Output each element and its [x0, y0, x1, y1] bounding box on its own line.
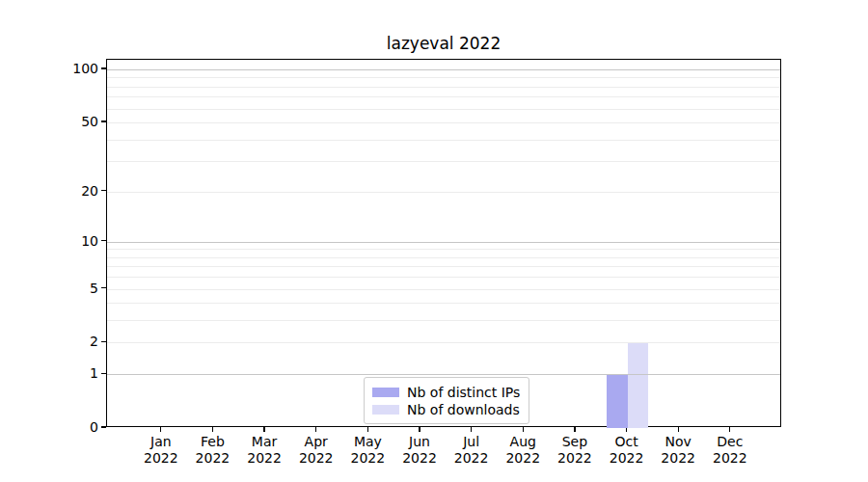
gridline-minor [107, 109, 780, 110]
y-tick-label: 1 [29, 364, 98, 382]
x-tick [367, 427, 368, 432]
x-tick [523, 427, 524, 432]
figure: lazyeval 2022 Nb of distinct IPs Nb of d… [0, 0, 868, 482]
y-tick-label: 20 [29, 182, 98, 200]
gridline-minor [107, 249, 780, 250]
gridline-minor [107, 320, 780, 321]
x-tick [212, 427, 213, 432]
gridline-minor [107, 266, 780, 267]
x-tick [729, 427, 730, 432]
legend-item-downloads: Nb of downloads [372, 401, 520, 417]
y-tick [101, 341, 106, 342]
y-tick-label: 50 [29, 113, 98, 130]
gridline-major [107, 69, 780, 70]
y-tick [101, 240, 106, 241]
x-tick [160, 427, 161, 432]
x-tick-label: Dec2022 [692, 434, 769, 467]
bar-downloads-oct [628, 342, 649, 428]
y-tick [101, 190, 106, 191]
legend-label-downloads: Nb of downloads [407, 402, 520, 417]
gridline-minor [107, 303, 780, 304]
gridline-minor [107, 77, 780, 78]
gridline-minor [107, 96, 780, 97]
gridline-minor [107, 122, 780, 123]
y-tick-label: 2 [29, 333, 98, 350]
y-tick-label: 100 [29, 60, 98, 77]
gridline-major [107, 242, 780, 243]
gridline-minor [107, 289, 780, 290]
legend-item-distinct-ips: Nb of distinct IPs [372, 384, 520, 400]
x-tick [315, 427, 316, 432]
gridline-minor [107, 257, 780, 258]
chart-title: lazyeval 2022 [106, 34, 781, 53]
y-tick-label: 5 [29, 280, 98, 297]
legend-swatch-downloads-icon [372, 405, 399, 415]
x-tick [574, 427, 575, 432]
x-tick [471, 427, 472, 432]
gridline-minor [107, 342, 780, 343]
y-tick [101, 67, 106, 68]
x-tick [419, 427, 420, 432]
x-tick [263, 427, 264, 432]
y-tick-label: 10 [29, 232, 98, 250]
gridline-minor [107, 277, 780, 278]
y-tick [101, 426, 106, 427]
y-tick [101, 373, 106, 374]
legend-label-distinct-ips: Nb of distinct IPs [407, 385, 520, 400]
plot-area [106, 59, 781, 427]
y-tick-label: 0 [29, 418, 98, 436]
legend-swatch-distinct-ips-icon [372, 388, 399, 397]
y-tick [101, 120, 106, 121]
gridline-minor [107, 87, 780, 88]
legend: Nb of distinct IPs Nb of downloads [364, 377, 529, 424]
gridline-major [107, 374, 780, 375]
gridline-minor [107, 161, 780, 162]
y-tick [101, 287, 106, 288]
gridline-minor [107, 192, 780, 193]
x-tick [678, 427, 679, 432]
bar-distinct-ips-oct [607, 374, 628, 428]
gridline-minor [107, 140, 780, 141]
